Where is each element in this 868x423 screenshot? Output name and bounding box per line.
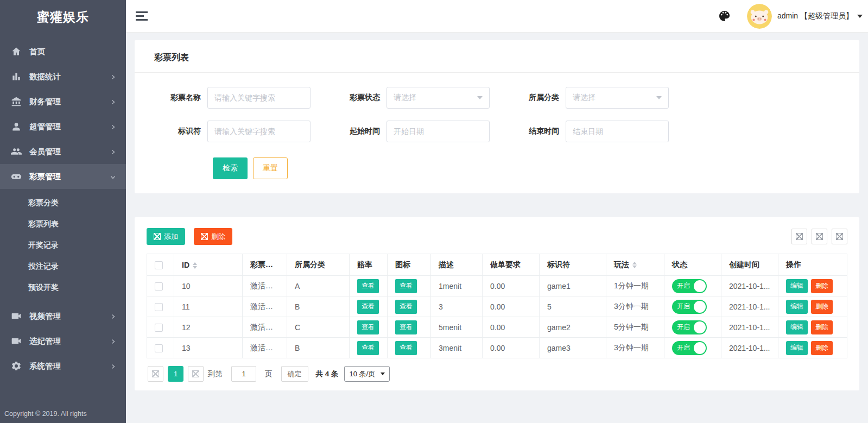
menu-toggle-icon[interactable] [136,9,148,23]
toggle-knob [694,301,706,313]
col-identifier: 标识符 [540,254,606,276]
edit-button[interactable]: 编辑 [786,320,808,334]
chevron-right-icon [110,98,116,105]
end-date-input[interactable] [566,121,669,142]
cell-name: 激活數據④ [243,338,287,358]
submenu-item-bet-records[interactable]: 投注记录 [0,256,126,277]
chevron-down-icon [477,96,483,99]
broken-image-icon [816,233,823,240]
sidebar-nav: 首页 数据统计 财务管理 [0,34,126,378]
reset-button[interactable]: 重置 [253,157,288,179]
view-odds-button[interactable]: 查看 [357,300,379,314]
view-icon-button[interactable]: 查看 [395,320,417,334]
view-odds-button[interactable]: 查看 [357,279,379,293]
page-number-button[interactable]: 1 [168,366,183,382]
lottery-submenu: 彩票分类 彩票列表 开奖记录 投注记录 预设开奖 [0,189,126,304]
delete-button[interactable]: 删除 [194,228,232,245]
row-checkbox[interactable] [155,324,163,332]
sidebar-item-statistics[interactable]: 数据统计 [0,64,126,89]
table-toolbar: 添加 删除 [147,228,847,245]
row-checkbox[interactable] [155,282,163,291]
table-row: 13 激活數據④ B 查看 查看 3menit 0.00 game3 3分钟一期… [147,338,847,358]
table-tool-button-2[interactable] [812,229,827,244]
submenu-item-lottery-list[interactable]: 彩票列表 [0,213,126,235]
col-requirement: 做单要求 [483,254,540,276]
cell-name: 激活數據③ [243,317,287,338]
search-button[interactable]: 检索 [213,157,248,179]
video-camera-icon [11,311,22,321]
goto-page-input[interactable] [231,366,256,382]
user-avatar[interactable] [747,4,772,29]
view-icon-button[interactable]: 查看 [395,279,417,293]
cell-play: 1分钟一期 [606,276,664,296]
submenu-item-draw-records[interactable]: 开奖记录 [0,235,126,256]
prev-page-button[interactable] [148,366,163,382]
cell-created: 2021-10-1... [721,296,778,317]
category-select[interactable]: 请选择 [566,87,669,109]
col-play[interactable]: 玩法 [606,254,664,276]
start-date-input[interactable] [387,121,490,142]
select-placeholder: 请选择 [394,93,416,103]
chevron-right-icon [110,338,116,344]
user-dropdown-caret-icon[interactable] [857,15,863,18]
edit-button[interactable]: 编辑 [786,341,808,355]
sort-icon[interactable] [632,262,637,268]
toggle-label: 开启 [677,343,690,352]
lottery-name-input[interactable] [207,87,311,109]
row-delete-button[interactable]: 删除 [811,300,833,314]
sidebar-item-finance[interactable]: 财务管理 [0,89,126,114]
submenu-item-lottery-category[interactable]: 彩票分类 [0,192,126,213]
status-toggle[interactable]: 开启 [672,300,707,314]
chevron-right-icon [110,73,116,80]
bar-chart-icon [11,71,22,82]
toggle-knob [694,280,706,292]
edit-button[interactable]: 编辑 [786,300,808,314]
next-page-button[interactable] [188,366,204,382]
view-icon-button[interactable]: 查看 [395,341,417,355]
table-tool-button-1[interactable] [791,229,807,244]
cell-name: 激活數據② [243,296,287,317]
cell-identifier: game2 [540,317,606,338]
row-delete-button[interactable]: 删除 [811,279,833,293]
sidebar-item-admins[interactable]: 超管管理 [0,114,126,139]
cell-id: 12 [174,317,243,338]
table-tool-button-3[interactable] [832,229,847,244]
filter-label: 结束时间 [511,127,559,136]
col-id[interactable]: ID [174,254,243,276]
sidebar-item-xuanfei[interactable]: 选妃管理 [0,329,126,353]
filter-label: 所属分类 [511,93,559,103]
goto-prefix-text: 到第 [208,369,223,379]
add-button[interactable]: 添加 [147,228,185,245]
row-delete-button[interactable]: 删除 [811,320,833,334]
row-delete-button[interactable]: 删除 [811,341,833,355]
row-checkbox[interactable] [155,344,163,352]
sidebar-item-lottery[interactable]: 彩票管理 [0,164,126,189]
goto-confirm-button[interactable]: 确定 [281,366,308,382]
home-icon [11,46,22,57]
sidebar-item-home[interactable]: 首页 [0,39,126,64]
status-toggle[interactable]: 开启 [672,320,707,334]
lottery-status-select[interactable]: 请选择 [387,87,490,109]
view-odds-button[interactable]: 查看 [357,320,379,334]
row-checkbox[interactable] [155,303,163,311]
sort-icon[interactable] [193,262,197,269]
identifier-input[interactable] [207,121,311,142]
sidebar-item-label: 系统管理 [29,361,110,371]
status-toggle[interactable]: 开启 [672,279,707,293]
username-text[interactable]: admin 【超级管理员】 [777,11,853,21]
page-size-select[interactable]: 10 条/页 [344,366,390,382]
sidebar-item-system[interactable]: 系统管理 [0,353,126,378]
theme-palette-icon[interactable] [718,10,731,22]
view-odds-button[interactable]: 查看 [357,341,379,355]
status-toggle[interactable]: 开启 [672,341,707,355]
filter-label: 彩票名称 [153,93,201,103]
view-icon-button[interactable]: 查看 [395,300,417,314]
submenu-item-preset-draw[interactable]: 预设开奖 [0,277,126,298]
broken-image-icon [796,233,803,240]
sidebar-item-members[interactable]: 会员管理 [0,139,126,164]
col-desc: 描述 [431,254,483,276]
edit-button[interactable]: 编辑 [786,279,808,293]
sidebar-item-video[interactable]: 视频管理 [0,304,126,329]
select-all-checkbox[interactable] [155,261,163,269]
cell-requirement: 0.00 [483,338,540,358]
